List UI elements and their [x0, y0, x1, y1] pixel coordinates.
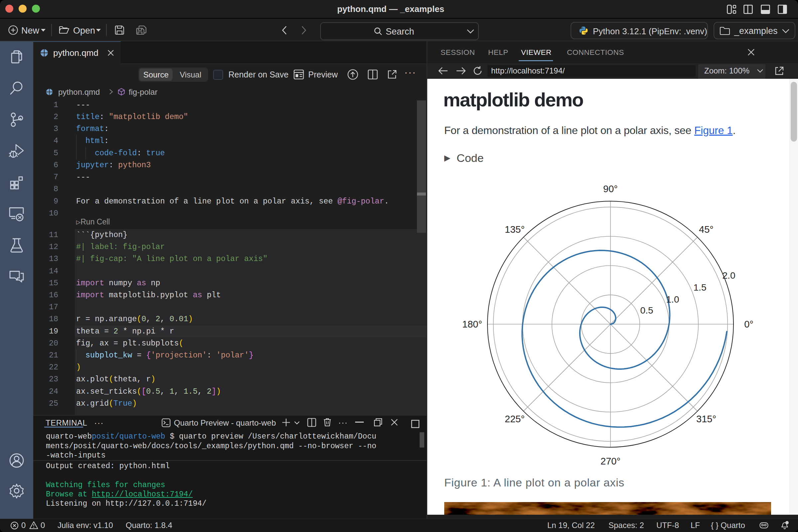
svg-text:135°: 135°: [505, 224, 525, 235]
svg-text:1.5: 1.5: [694, 282, 706, 292]
svg-text:45°: 45°: [699, 224, 714, 235]
svg-text:0.5: 0.5: [640, 305, 653, 316]
svg-text:90°: 90°: [603, 184, 618, 194]
svg-text:225°: 225°: [505, 414, 525, 424]
svg-text:2.0: 2.0: [723, 270, 736, 281]
svg-text:270°: 270°: [601, 456, 621, 467]
svg-text:1.0: 1.0: [666, 294, 679, 305]
svg-text:315°: 315°: [696, 414, 716, 424]
svg-text:0°: 0°: [744, 319, 754, 329]
svg-text:180°: 180°: [462, 319, 482, 329]
